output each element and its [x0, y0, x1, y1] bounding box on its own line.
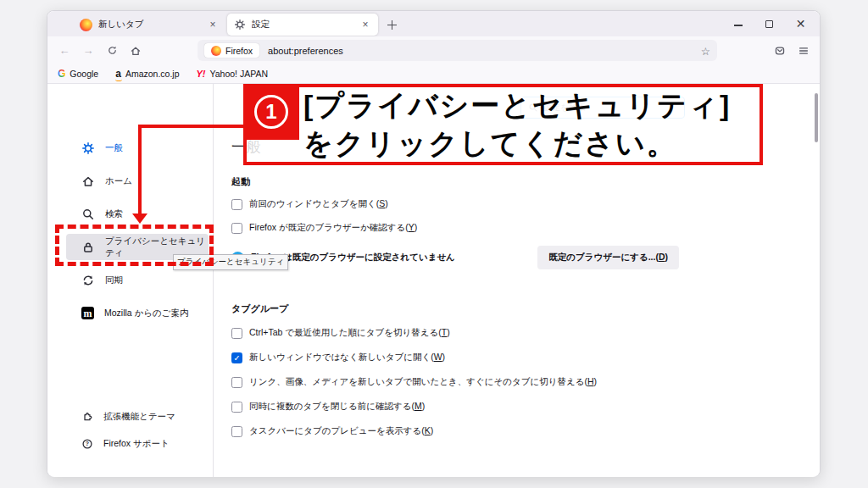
back-icon: ← — [59, 44, 70, 57]
checkbox-unchecked[interactable] — [231, 223, 242, 234]
maximize-icon — [765, 20, 773, 28]
checkbox-unchecked[interactable] — [231, 328, 242, 339]
annotation-arrowhead-icon — [132, 214, 147, 224]
tab-close-icon[interactable]: × — [359, 19, 371, 30]
checkbox-unchecked[interactable] — [231, 402, 242, 413]
bookmark-label: Yahoo! JAPAN — [210, 69, 268, 79]
checkbox-checked[interactable]: ✓ — [231, 352, 242, 363]
forward-icon: → — [83, 44, 94, 57]
set-default-browser-button[interactable]: 既定のブラウザーにする...(D) — [537, 246, 679, 269]
bookmark-star-icon[interactable]: ☆ — [701, 43, 710, 58]
search-icon — [81, 208, 95, 221]
sidebar-item-label: 同期 — [105, 274, 123, 286]
bookmark-item[interactable]: aAmazon.co.jp — [115, 69, 179, 79]
url-bar[interactable]: Firefox about:preferences ☆ — [198, 40, 717, 61]
checkbox-unchecked[interactable] — [231, 377, 242, 388]
annotation-highlight-box — [55, 225, 214, 266]
checkbox-label: 新しいウィンドウではなく新しいタブに開く(W) — [249, 352, 445, 363]
sidebar-item-label: 一般 — [105, 142, 123, 154]
home-icon — [81, 175, 95, 188]
annotation-connector-line — [138, 125, 142, 214]
checkbox-label: タスクバーにタブのプレビューを表示する(K) — [249, 425, 433, 437]
sidebar-item[interactable]: 拡張機能とテーマ — [47, 403, 213, 430]
minimize-icon — [734, 25, 743, 26]
question-icon: ? — [81, 438, 93, 450]
checkbox-label: Firefox が既定のブラウザーか確認する(Y) — [249, 222, 417, 234]
tab-title: 新しいタブ — [98, 19, 201, 30]
sidebar-item[interactable]: ホーム — [47, 164, 213, 197]
bookmark-label: Google — [70, 69, 98, 79]
checkbox-row[interactable]: Firefox が既定のブラウザーか確認する(Y) — [231, 221, 417, 235]
reload-icon — [107, 45, 118, 56]
navigation-toolbar: ←→ Firefox about:preferences ☆ — [47, 36, 820, 64]
sidebar-divider — [213, 84, 214, 477]
amazon-favicon: a — [115, 69, 121, 79]
pocket-button[interactable] — [768, 36, 792, 64]
firefox-logo-icon — [211, 46, 221, 56]
svg-text:?: ? — [86, 441, 89, 446]
bookmarks-bar: GGoogleaAmazon.co.jpY!Yahoo! JAPAN — [47, 64, 820, 84]
page-scrollbar[interactable] — [815, 93, 818, 142]
step-number: 1 — [254, 95, 288, 129]
sidebar-item-label: 検索 — [105, 208, 123, 220]
google-favicon: G — [58, 68, 65, 80]
site-identity-chip[interactable]: Firefox — [204, 43, 259, 58]
checkbox-row[interactable]: リンク、画像、メディアを新しいタブで開いたとき、すぐにそのタブに切り替える(H) — [231, 375, 597, 389]
sidebar-item[interactable]: 一般 — [47, 131, 213, 164]
browser-tab[interactable]: 新しいタブ× — [73, 14, 225, 36]
menu-icon — [798, 45, 810, 57]
checkbox-label: Ctrl+Tab で最近使用した順にタブを切り替える(T) — [249, 327, 450, 339]
annotation-instruction-text: [プライバシーとセキュリティ] をクリックしてください。 — [303, 86, 731, 163]
sidebar-item-label: Mozilla からのご案内 — [104, 308, 189, 319]
bookmark-label: Amazon.co.jp — [125, 69, 180, 79]
back-button[interactable]: ← — [53, 36, 76, 64]
section-heading-startup: 起動 — [231, 175, 250, 188]
section-heading-tab-groups: タブグループ — [231, 302, 288, 315]
close-icon: ✕ — [796, 18, 806, 30]
checkbox-label: リンク、画像、メディアを新しいタブで開いたとき、すぐにそのタブに切り替える(H) — [249, 376, 597, 388]
home-icon — [130, 45, 142, 57]
tab-close-icon[interactable]: × — [207, 19, 219, 30]
checkbox-row[interactable]: 前回のウィンドウとタブを開く(S) — [231, 197, 417, 211]
close-button[interactable]: ✕ — [785, 11, 816, 36]
tab-bar: 新しいタブ×設定× ✕ — [47, 11, 820, 36]
new-tab-button[interactable] — [383, 16, 400, 33]
checkbox-row[interactable]: ✓新しいウィンドウではなく新しいタブに開く(W) — [231, 351, 597, 364]
sidebar-item[interactable]: mMozilla からのご案内 — [47, 297, 213, 330]
annotation-line-1: [プライバシーとセキュリティ] — [303, 86, 731, 125]
gear-icon — [81, 141, 95, 155]
default-browser-row: Firefox は既定のブラウザーに設定されていません 既定のブラウザーにする.… — [231, 245, 679, 270]
reload-button[interactable] — [100, 36, 124, 64]
annotation-connector-line — [140, 125, 243, 128]
bookmark-item[interactable]: Y!Yahoo! JAPAN — [197, 69, 268, 79]
home-button[interactable] — [124, 36, 147, 64]
checkbox-row[interactable]: 同時に複数のタブを閉じる前に確認する(M) — [231, 400, 597, 413]
sidebar-item-label: ホーム — [105, 175, 132, 187]
mozilla-icon: m — [81, 307, 94, 319]
minimize-button[interactable] — [722, 11, 754, 36]
forward-button[interactable]: → — [76, 36, 100, 64]
checkbox-label: 同時に複数のタブを閉じる前に確認する(M) — [249, 401, 425, 413]
checkbox-unchecked[interactable] — [231, 199, 242, 210]
bookmark-item[interactable]: GGoogle — [58, 68, 98, 80]
firefox-logo-icon — [80, 19, 92, 31]
sidebar-item-label: Firefox サポート — [103, 438, 170, 450]
sidebar-item-label: 拡張機能とテーマ — [103, 411, 175, 423]
browser-tab[interactable]: 設定× — [227, 14, 378, 36]
url-text: about:preferences — [268, 46, 701, 56]
yahoo-favicon: Y! — [197, 69, 206, 79]
sidebar-item[interactable]: ?Firefox サポート — [47, 430, 213, 458]
plus-icon — [387, 20, 397, 30]
settings-sidebar-footer: 拡張機能とテーマ?Firefox サポート — [47, 403, 213, 458]
tab-title: 設定 — [252, 19, 353, 30]
menu-button[interactable] — [792, 36, 815, 64]
chip-label: Firefox — [225, 46, 253, 56]
maximize-button[interactable] — [754, 11, 785, 36]
gear-icon — [234, 19, 246, 30]
checkbox-label: 前回のウィンドウとタブを開く(S) — [249, 198, 388, 210]
checkbox-unchecked[interactable] — [231, 426, 242, 437]
checkbox-row[interactable]: Ctrl+Tab で最近使用した順にタブを切り替える(T) — [231, 326, 597, 340]
checkbox-row[interactable]: タスクバーにタブのプレビューを表示する(K) — [231, 424, 597, 438]
annotation-line-2: をクリックしてください。 — [303, 125, 731, 163]
annotation-step-badge: 1 — [243, 84, 299, 140]
